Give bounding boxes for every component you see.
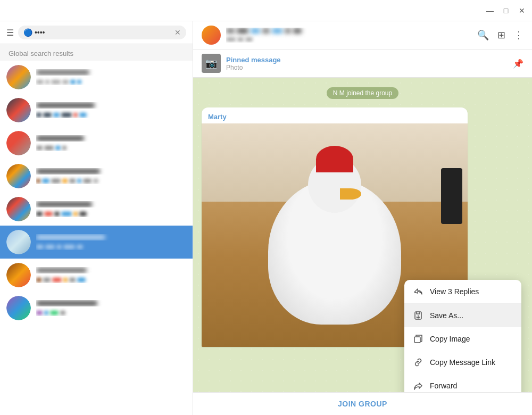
- search-icon[interactable]: 🔍: [477, 29, 489, 41]
- right-panel: 🔍 ⊞ ⋮ 📷 Pinned message Photo 📌 N M joine…: [193, 21, 532, 415]
- copy-link-label: Copy Message Link: [430, 358, 495, 367]
- result-name: [36, 168, 186, 175]
- view-replies-label: View 3 Replies: [430, 287, 479, 296]
- result-name: [36, 300, 186, 306]
- search-clear-icon[interactable]: ✕: [174, 28, 181, 37]
- search-bar: ☰ ✕: [0, 21, 193, 44]
- save-as-item[interactable]: Save As...: [404, 304, 521, 327]
- close-button[interactable]: ✕: [517, 6, 527, 15]
- chat-avatar: [202, 26, 221, 45]
- list-item[interactable]: [0, 61, 193, 94]
- global-search-label: Global search results: [0, 44, 193, 61]
- result-name: [36, 69, 186, 76]
- minimize-button[interactable]: —: [485, 6, 495, 15]
- list-item[interactable]: [0, 292, 193, 325]
- copy-link-item[interactable]: Copy Message Link: [404, 351, 521, 374]
- pinned-thumb: 📷: [202, 54, 221, 73]
- copy-image-item[interactable]: Copy Image: [404, 327, 521, 351]
- maximize-button[interactable]: □: [501, 6, 511, 15]
- result-preview: [36, 143, 186, 151]
- layout-icon[interactable]: ⊞: [497, 29, 505, 41]
- hamburger-icon[interactable]: ☰: [6, 28, 14, 38]
- result-preview: [36, 110, 186, 118]
- list-item[interactable]: [0, 226, 193, 259]
- list-item[interactable]: [0, 259, 193, 292]
- result-preview: [36, 77, 186, 85]
- chat-header: 🔍 ⊞ ⋮: [193, 21, 532, 49]
- search-results: [0, 61, 193, 415]
- list-item[interactable]: [0, 193, 193, 226]
- result-preview: [36, 308, 186, 316]
- save-as-icon: [413, 310, 423, 321]
- forward-item[interactable]: Forward: [404, 374, 521, 392]
- copy-link-icon: [413, 357, 423, 368]
- result-preview: [36, 242, 186, 250]
- result-preview: [36, 176, 186, 184]
- pin-icon: 📌: [513, 59, 523, 69]
- view-replies-item[interactable]: View 3 Replies: [404, 280, 521, 303]
- pinned-label: Pinned message: [226, 56, 508, 64]
- list-item[interactable]: [0, 160, 193, 193]
- pinned-sub: Photo: [226, 64, 508, 71]
- result-name: [36, 267, 186, 273]
- chat-title: [226, 28, 472, 34]
- copy-image-label: Copy Image: [430, 335, 470, 343]
- forward-label: Forward: [430, 381, 457, 390]
- result-name: [36, 102, 186, 109]
- chat-area: N M joined the group Marty: [193, 78, 532, 392]
- bubble-sender: Marty: [208, 113, 227, 121]
- list-item[interactable]: [0, 94, 193, 127]
- search-input[interactable]: [23, 28, 171, 37]
- more-icon[interactable]: ⋮: [514, 29, 523, 41]
- titlebar: — □ ✕: [0, 0, 532, 21]
- view-replies-icon: [413, 286, 423, 297]
- save-as-label: Save As...: [430, 311, 463, 320]
- left-panel: ☰ ✕ Global search results: [0, 21, 193, 415]
- result-preview: [36, 275, 186, 283]
- chat-subtitle: [226, 36, 472, 43]
- result-preview: [36, 209, 186, 217]
- result-name: [36, 201, 186, 208]
- bottom-bar: JOIN GROUP: [193, 392, 532, 415]
- system-message: N M joined the group: [202, 87, 523, 99]
- result-name: [36, 135, 186, 142]
- svg-rect-1: [414, 337, 420, 343]
- context-menu: View 3 Replies Save As...: [404, 280, 521, 392]
- result-name: [36, 234, 186, 240]
- forward-icon: [413, 380, 423, 391]
- list-item[interactable]: [0, 127, 193, 160]
- join-group-button[interactable]: JOIN GROUP: [338, 400, 387, 408]
- copy-image-icon: [413, 334, 423, 344]
- pinned-message[interactable]: 📷 Pinned message Photo 📌: [193, 49, 532, 78]
